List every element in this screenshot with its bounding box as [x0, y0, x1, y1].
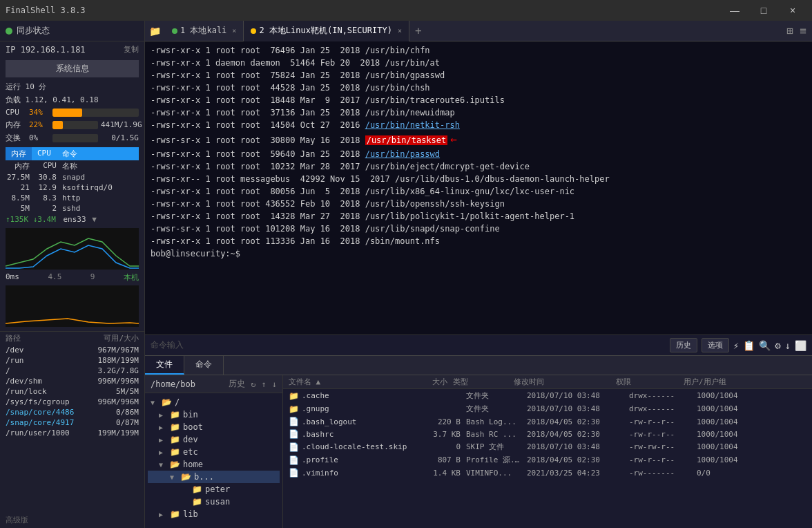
- sysinfo-button[interactable]: 系统信息: [6, 60, 139, 77]
- tab-close-1[interactable]: ×: [232, 27, 236, 35]
- tree-item-lib[interactable]: ▶ 📁 lib: [148, 508, 280, 520]
- file-row[interactable]: 📁 .cache 文件夹 2018/07/10 03:48 drwx------…: [283, 389, 812, 402]
- term-prompt: bob@linsecurity:~$: [151, 247, 806, 260]
- tree-item-susan[interactable]: ▶ 📁 susan: [148, 496, 280, 508]
- file-type: VIMINFO...: [466, 469, 521, 478]
- file-tab-commands[interactable]: 命令: [184, 356, 224, 375]
- tab-label-2: 2 本地Linux靶机(IN,SECURITY): [259, 25, 392, 37]
- list-item: 5M 2 sshd: [6, 203, 139, 214]
- tab-dot-1: [172, 28, 177, 34]
- tree-item-etc[interactable]: ▶ 📁 etc: [148, 446, 280, 458]
- file-row[interactable]: 📄 .viminfo 1.4 KB VIMINFO... 2021/03/25 …: [283, 466, 812, 479]
- disk-row: /snap/core/4917 0/87M: [0, 417, 144, 428]
- term-line: -rwsr-xr-x 1 root root 436552 Feb 10 201…: [151, 198, 806, 210]
- term-line: -rwsr-sr-x 1 root root 101208 May 16 201…: [151, 223, 806, 235]
- tab-close-2[interactable]: ×: [398, 27, 402, 35]
- disk-row: /run/lock 5M/5M: [0, 386, 144, 397]
- file-type: Profile 源...: [466, 455, 521, 465]
- term-line: -rwsr-xr-x 1 root root 10232 Mar 28 2017…: [151, 160, 806, 173]
- history-button[interactable]: 历史: [670, 338, 697, 352]
- file-user: 1000/1004: [697, 417, 752, 426]
- disk-row: /run 188M/199M: [0, 355, 144, 366]
- download-icon[interactable]: ↓: [785, 340, 791, 351]
- tree-arrow: ▶: [159, 411, 167, 419]
- main-layout: 同步状态 IP 192.168.1.181 复制 系统信息 运行 10 分 负载…: [0, 21, 812, 528]
- file-mtime: 2018/04/05 02:30: [527, 430, 624, 439]
- command-input-area[interactable]: 命令输入: [151, 339, 670, 351]
- history-icon[interactable]: 历史: [229, 378, 245, 390]
- tree-arrow: ▼: [159, 461, 167, 469]
- file-row[interactable]: 📁 .gnupg 文件夹 2018/07/10 03:48 drwx------…: [283, 402, 812, 415]
- copy-ip-button[interactable]: 复制: [124, 44, 139, 55]
- download-icon[interactable]: ↓: [272, 379, 277, 389]
- net-graph-svg: [6, 228, 139, 270]
- file-row[interactable]: 📄 .profile 807 B Profile 源... 2018/04/05…: [283, 453, 812, 466]
- paste-icon[interactable]: 📋: [743, 340, 755, 351]
- file-perm: -rw-r--r--: [629, 455, 691, 464]
- fullscreen-icon[interactable]: ⬜: [795, 340, 806, 351]
- tree-item-root[interactable]: ▼ 📂 /: [148, 396, 280, 408]
- file-size: 220 B: [412, 417, 461, 426]
- file-name: .gnupg: [302, 404, 412, 413]
- tab-linux-target[interactable]: 2 本地Linux靶机(IN,SECURITY) ×: [244, 21, 409, 41]
- file-name: .viminfo: [302, 469, 412, 478]
- file-row[interactable]: 📄 .bashrc 3.7 KB Bash RC ... 2018/04/05 …: [283, 428, 812, 440]
- folder-icon: 📁: [289, 391, 299, 401]
- maximize-button[interactable]: □: [750, 0, 777, 21]
- net-label: ↑135K ↓3.4M ens33 ▼: [6, 215, 139, 224]
- file-icon: 📄: [289, 442, 299, 452]
- file-type: 文件夹: [466, 404, 521, 414]
- col-mtime: 修改时间: [514, 377, 610, 387]
- tree-item-label: boot: [183, 422, 203, 432]
- lightning-icon[interactable]: ⚡: [733, 340, 739, 351]
- term-line: -rwsr-xr-x 1 root root 14328 Mar 27 2018…: [151, 210, 806, 223]
- tree-item-bob[interactable]: ▼ 📂 b...: [148, 471, 280, 483]
- tree-item-dev[interactable]: ▶ 📁 dev: [148, 433, 280, 446]
- file-tab-files[interactable]: 文件: [145, 356, 184, 375]
- file-table-header: 文件名 ▲ 大小 类型 修改时间 权限 用户/用户组: [283, 375, 812, 389]
- file-type: SKIP 文件: [466, 442, 521, 452]
- disk-row: / 3.2G/7.8G: [0, 366, 144, 376]
- disk-row: /sys/fs/cgroup 996M/996M: [0, 397, 144, 407]
- options-button[interactable]: 选项: [702, 338, 729, 352]
- tree-item-label: dev: [183, 435, 198, 444]
- file-perm: -rw-------: [629, 469, 691, 478]
- mem-metric: 内存 22% 441M/1.9G: [0, 118, 144, 131]
- term-line: -rwsr-xr-x 1 root root 14504 Oct 27 2016…: [151, 119, 806, 131]
- minimize-button[interactable]: —: [721, 0, 748, 21]
- file-perm: -rw-r--r--: [629, 430, 691, 439]
- terminal[interactable]: -rwsr-xr-x 1 root root 76496 Jan 25 2018…: [145, 41, 812, 334]
- proc-tab-cpu[interactable]: CPU: [32, 147, 57, 160]
- settings-icon[interactable]: ⚙: [775, 340, 780, 351]
- tree-item-boot[interactable]: ▶ 📁 boot: [148, 421, 280, 433]
- disk-row: /snap/core/4486 0/86M: [0, 407, 144, 417]
- term-line: -rwsr-xr-x 1 root root 113336 Jan 16 201…: [151, 235, 806, 247]
- tree-item-bin[interactable]: ▶ 📁 bin: [148, 408, 280, 421]
- proc-tab-mem[interactable]: 内存: [6, 147, 32, 160]
- file-user: 1000/1004: [697, 404, 752, 413]
- proc-header: 内存 CPU 名称: [6, 160, 139, 172]
- ping-graph-svg: [6, 285, 139, 327]
- file-row[interactable]: 📄 .cloud-locale-test.skip 0 SKIP 文件 2018…: [283, 440, 812, 453]
- proc-tab-cmd[interactable]: 命令: [57, 147, 83, 160]
- file-name: .bashrc: [302, 430, 412, 439]
- upload-icon[interactable]: ↑: [262, 379, 267, 389]
- file-row[interactable]: 📄 .bash_logout 220 B Bash Log... 2018/04…: [283, 415, 812, 428]
- col-size: 大小: [399, 377, 447, 387]
- tab-folder-icon[interactable]: 📁: [145, 26, 165, 37]
- tree-item-peter[interactable]: ▶ 📁 peter: [148, 483, 280, 496]
- disk-section: 路径 可用/大小 /dev 967M/967M /run 188M/199M /…: [0, 331, 144, 438]
- sync-indicator: [6, 28, 12, 35]
- refresh-icon[interactable]: ↻: [251, 379, 255, 389]
- file-perm: drwx------: [629, 404, 691, 413]
- tree-item-label: home: [183, 460, 203, 469]
- tabs-grid-button[interactable]: ⊞ ≡: [781, 24, 812, 37]
- file-type: 文件夹: [466, 390, 521, 401]
- tab-add-button[interactable]: +: [409, 24, 427, 37]
- tree-item-home[interactable]: ▼ 📂 home: [148, 458, 280, 471]
- search-icon[interactable]: 🔍: [759, 340, 771, 351]
- folder-icon: 📁: [289, 404, 299, 414]
- close-button[interactable]: ×: [779, 0, 806, 21]
- tab-label-1: 1 本地kali: [180, 25, 226, 37]
- tab-local-kali[interactable]: 1 本地kali ×: [165, 21, 244, 41]
